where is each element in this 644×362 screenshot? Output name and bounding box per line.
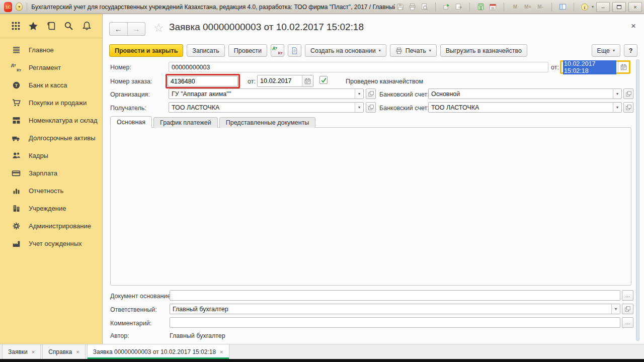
titlebar-separator xyxy=(469,3,470,12)
sidebar-item-label: Администрирование xyxy=(29,222,91,230)
calendar-picker-button[interactable] xyxy=(618,62,629,72)
write-button[interactable]: Записать xyxy=(187,44,224,57)
window-tab-spravka[interactable]: Справка × xyxy=(42,344,86,359)
back-button[interactable]: ← xyxy=(110,23,128,35)
print-button[interactable]: Печать▾ xyxy=(390,44,437,57)
tab-predstavlennye-dokumenty[interactable]: Представленные документы xyxy=(219,117,316,128)
window-tab-zayavki[interactable]: Заявки × xyxy=(2,344,41,359)
comment-label: Комментарий: xyxy=(110,320,151,327)
chevron-down-icon[interactable]: ▾ xyxy=(592,5,594,9)
number-field[interactable]: 00000000003 xyxy=(169,62,548,72)
calendar-picker-button[interactable] xyxy=(302,75,313,86)
calendar-icon[interactable]: 31 xyxy=(488,2,498,12)
treasury-posted-label: Проведено казначейством xyxy=(346,78,423,85)
search-icon[interactable] xyxy=(63,21,74,32)
sidebar-item-pokupki-prodazhi[interactable]: Покупки и продажи xyxy=(0,94,102,112)
sidebar-item-uchrezhdenie[interactable]: Учреждение xyxy=(0,200,102,217)
open-button[interactable] xyxy=(623,88,633,99)
chevron-down-icon[interactable]: ▾ xyxy=(613,103,621,112)
recipient-bank-account-field[interactable]: ТОО ЛАСТОЧКА ▾ xyxy=(428,102,622,113)
tab-osnovnaya[interactable]: Основная xyxy=(110,116,152,128)
treasury-posted-checkbox[interactable] xyxy=(319,76,328,84)
close-form-icon[interactable]: × xyxy=(631,21,636,31)
split-view-icon[interactable] xyxy=(557,2,568,12)
info-icon[interactable]: i xyxy=(580,2,590,12)
help-button[interactable]: ? xyxy=(624,44,637,57)
system-menu-button[interactable]: ▾ xyxy=(16,3,23,11)
calculator-icon[interactable] xyxy=(475,2,486,12)
sidebar-item-kadry[interactable]: Кадры xyxy=(0,147,102,164)
order-date-field[interactable]: 10.02.2017 xyxy=(257,75,313,87)
base-document-field[interactable] xyxy=(170,290,620,301)
field-value: ГУ "Аппарат акима"" xyxy=(172,90,355,98)
sidebar-item-dolgosrochnye-aktivy[interactable]: Долгосрочные активы xyxy=(0,129,102,147)
dt-kt-postings-button[interactable]: ДтКт xyxy=(271,44,284,57)
close-tab-icon[interactable]: × xyxy=(220,349,223,355)
author-value: Главный бухгалтер xyxy=(170,332,225,339)
org-bank-account-label: Банковский счет: xyxy=(379,91,429,98)
more-button[interactable]: Еще▾ xyxy=(592,44,620,57)
chevron-down-icon[interactable]: ▾ xyxy=(611,304,620,314)
date-field-focused[interactable]: 10.02.2017 15:02:18 xyxy=(560,60,630,74)
restore-button[interactable] xyxy=(612,2,626,12)
chevron-down-icon: ▾ xyxy=(613,48,615,53)
favorite-star-icon[interactable]: ☆ xyxy=(153,21,164,35)
sidebar-item-bank-kassa[interactable]: Т Банк и касса xyxy=(0,76,102,94)
apps-grid-icon[interactable] xyxy=(10,21,21,32)
memory-m-minus-button[interactable]: M- xyxy=(535,4,546,10)
chevron-down-icon[interactable]: ▾ xyxy=(355,89,363,99)
building-icon xyxy=(11,204,21,213)
ellipsis-button[interactable]: … xyxy=(622,290,633,301)
tab-grafik-platezhey[interactable]: График платежей xyxy=(153,117,218,128)
export-document-icon[interactable] xyxy=(453,2,464,12)
open-button[interactable] xyxy=(366,88,376,99)
shopping-cart-icon xyxy=(11,99,21,107)
order-number-field-required[interactable]: 4136480 xyxy=(166,74,240,88)
chevron-down-icon[interactable]: ▾ xyxy=(613,89,621,99)
print-preview-icon[interactable] xyxy=(419,2,430,12)
post-and-close-button[interactable]: Провести и закрыть xyxy=(109,44,183,57)
sidebar-item-otchetnost[interactable]: Отчетность xyxy=(0,182,102,200)
create-based-on-button[interactable]: Создать на основании▾ xyxy=(305,44,386,57)
open-button[interactable] xyxy=(366,102,376,113)
close-tab-icon[interactable]: × xyxy=(32,349,35,355)
sidebar-item-label: Отчетность xyxy=(29,187,63,195)
save-icon[interactable] xyxy=(395,2,406,12)
people-icon xyxy=(11,151,21,160)
sidebar-item-administrirovanie[interactable]: Администрирование xyxy=(0,217,102,235)
close-tab-icon[interactable]: × xyxy=(76,349,79,355)
minimize-button[interactable]: – xyxy=(596,2,610,12)
recipient-field[interactable]: ТОО ЛАСТОЧКА ▾ xyxy=(169,102,364,113)
organization-field[interactable]: ГУ "Аппарат акима"" ▾ xyxy=(169,88,364,99)
sidebar-item-reglament[interactable]: ДтКт Регламент xyxy=(0,59,102,76)
ellipsis-button[interactable]: … xyxy=(622,317,633,328)
close-window-button[interactable]: × xyxy=(628,2,642,12)
history-scroll-icon[interactable] xyxy=(46,21,57,32)
post-button[interactable]: Провести xyxy=(228,44,267,57)
window-tab-zayavka-active[interactable]: Заявка 00000000003 от 10.02.2017 15:02:1… xyxy=(87,344,229,359)
sidebar-item-glavnoe[interactable]: Главное xyxy=(0,41,102,59)
organization-label: Организация: xyxy=(110,91,150,98)
open-button[interactable] xyxy=(623,102,633,113)
favorites-star-icon[interactable] xyxy=(28,21,39,32)
kt-label: Кт xyxy=(17,68,21,72)
sidebar-item-zarplata[interactable]: Зарплата xyxy=(0,164,102,182)
notifications-bell-icon[interactable] xyxy=(81,21,92,32)
responsible-field[interactable]: Главный бухгалтер ▾ xyxy=(170,304,620,314)
sidebar-item-uchet-osuzhdennyh[interactable]: Учет осужденных xyxy=(0,235,102,252)
comment-field[interactable] xyxy=(170,317,620,328)
memory-m-button[interactable]: M xyxy=(510,4,521,10)
field-value: Главный бухгалтер xyxy=(173,306,611,313)
open-button[interactable] xyxy=(622,304,633,314)
vertical-scrollbar[interactable] xyxy=(636,59,639,341)
print-icon[interactable] xyxy=(407,2,418,12)
sidebar-item-nomenklatura-sklad[interactable]: Номенклатура и склад xyxy=(0,112,102,129)
upload-treasury-button[interactable]: Выгрузить в казначейство xyxy=(440,44,527,57)
navigation-buttons: ← → xyxy=(109,22,145,36)
org-bank-account-field[interactable]: Основной ▾ xyxy=(428,88,622,99)
chevron-down-icon[interactable]: ▾ xyxy=(355,103,363,112)
forward-button[interactable]: → xyxy=(128,23,145,35)
document-structure-button[interactable] xyxy=(288,44,301,57)
send-icon[interactable] xyxy=(441,2,452,12)
memory-m-plus-button[interactable]: M+ xyxy=(522,4,533,10)
